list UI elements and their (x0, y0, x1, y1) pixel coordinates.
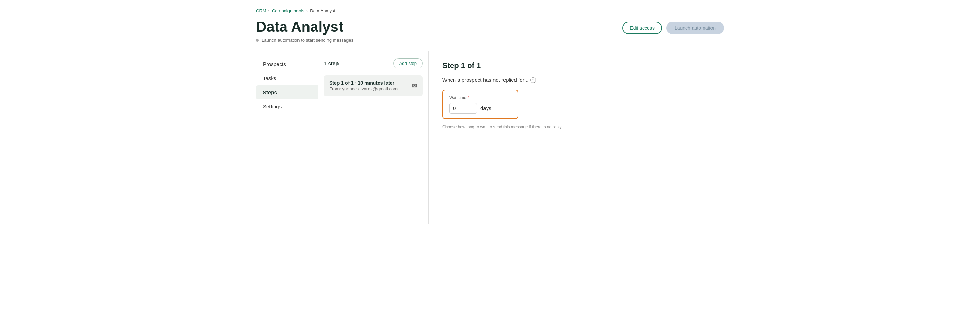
header-actions: Edit access Launch automation (622, 22, 724, 34)
question-mark-icon[interactable]: ? (530, 77, 536, 83)
step-card-subtitle: From: ynonne.alvarez@gmail.com (329, 86, 398, 92)
required-star: * (468, 95, 469, 100)
launch-automation-button[interactable]: Launch automation (666, 22, 724, 34)
page-title: Data Analyst (256, 19, 344, 35)
wait-time-input[interactable] (449, 103, 477, 114)
main-layout: Prospects Tasks Steps Settings 1 step Ad… (256, 51, 724, 224)
breadcrumb: CRM › Campaign pools › Data Analyst (256, 8, 724, 13)
steps-panel: 1 step Add step Step 1 of 1 · 10 minutes… (318, 51, 429, 224)
envelope-icon: ✉ (412, 82, 417, 90)
breadcrumb-sep-2: › (306, 8, 308, 13)
sidebar-item-settings[interactable]: Settings (256, 99, 318, 114)
steps-header: 1 step Add step (324, 58, 423, 68)
sidebar-item-prospects[interactable]: Prospects (256, 57, 318, 71)
wait-time-input-row: days (449, 103, 511, 114)
detail-divider (442, 139, 710, 140)
breadcrumb-current: Data Analyst (310, 8, 335, 13)
step-card-title: Step 1 of 1 · 10 minutes later (329, 80, 398, 86)
detail-question: When a prospect has not replied for... ? (442, 77, 710, 83)
wait-time-label: Wait time * (449, 95, 511, 100)
left-nav: Prospects Tasks Steps Settings (256, 51, 318, 224)
detail-panel: Step 1 of 1 When a prospect has not repl… (429, 51, 724, 224)
sidebar-item-tasks[interactable]: Tasks (256, 71, 318, 85)
status-dot (256, 39, 259, 42)
step-card-timing: · 10 minutes later (355, 80, 395, 86)
breadcrumb-sep-1: › (269, 8, 270, 13)
detail-title: Step 1 of 1 (442, 61, 710, 70)
breadcrumb-campaign-pools-link[interactable]: Campaign pools (272, 8, 304, 13)
wait-time-hint: Choose how long to wait to send this mes… (442, 125, 710, 129)
wait-time-unit: days (480, 105, 492, 111)
add-step-button[interactable]: Add step (393, 58, 423, 68)
page-wrapper: CRM › Campaign pools › Data Analyst Data… (245, 0, 735, 232)
status-row: Launch automation to start sending messa… (256, 38, 724, 43)
title-block: Data Analyst (256, 19, 344, 35)
breadcrumb-crm-link[interactable]: CRM (256, 8, 266, 13)
step-card[interactable]: Step 1 of 1 · 10 minutes later From: yno… (324, 75, 423, 96)
edit-access-button[interactable]: Edit access (622, 22, 662, 34)
sidebar-item-steps[interactable]: Steps (256, 85, 318, 99)
status-text: Launch automation to start sending messa… (262, 38, 353, 43)
wait-time-box: Wait time * days (442, 90, 518, 119)
page-header: Data Analyst Edit access Launch automati… (256, 19, 724, 35)
step-card-info: Step 1 of 1 · 10 minutes later From: yno… (329, 80, 398, 92)
steps-count-label: 1 step (324, 60, 339, 66)
